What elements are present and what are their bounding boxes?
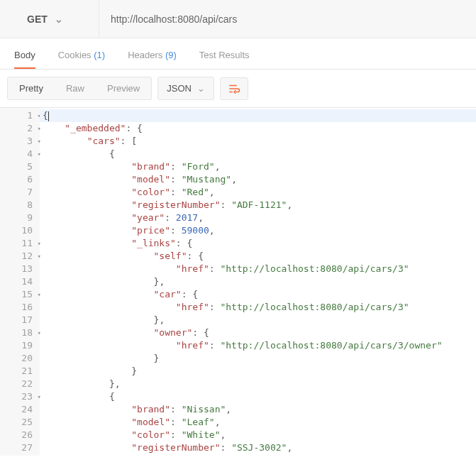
- code-line: "color": "White",: [40, 429, 476, 441]
- viewmode-preview[interactable]: Preview: [96, 77, 151, 99]
- code-line: "color": "Red",: [40, 186, 476, 199]
- url-text: http://localhost:8080/api/cars: [111, 13, 237, 25]
- code-line: {: [40, 148, 476, 160]
- line-gutter: 1234567891011121314151617181920212223242…: [0, 108, 40, 456]
- code-line: "href": "http://localhost:8080/api/cars/…: [40, 263, 476, 275]
- chevron-down-icon: ⌄: [55, 13, 63, 25]
- code-line: "price": 59000,: [40, 224, 476, 237]
- tab-body[interactable]: Body: [14, 50, 35, 69]
- line-number: 19: [0, 339, 35, 352]
- code-line: }: [40, 352, 476, 365]
- line-number: 7: [0, 186, 35, 199]
- viewmode-raw[interactable]: Raw: [55, 77, 96, 99]
- line-number[interactable]: 12: [0, 250, 35, 263]
- format-select[interactable]: JSON ⌄: [157, 77, 214, 100]
- code-line: },: [40, 378, 476, 390]
- http-method-select[interactable]: GET ⌄: [0, 0, 99, 38]
- tab-test-results[interactable]: Test Results: [199, 50, 250, 69]
- line-number: 22: [0, 378, 35, 390]
- tab-cookies[interactable]: Cookies (1): [58, 50, 105, 69]
- code-line: },: [40, 314, 476, 326]
- viewmode-group: Pretty Raw Preview: [7, 77, 152, 100]
- line-number[interactable]: 3: [0, 135, 35, 148]
- code-line: "owner": {: [40, 326, 476, 339]
- line-number[interactable]: 11: [0, 237, 35, 250]
- line-number: 8: [0, 199, 35, 211]
- tab-headers-label: Headers: [128, 50, 162, 60]
- code-line: "cars": [: [40, 135, 476, 148]
- code-line: "registerNumber": "SSJ-3002",: [40, 441, 476, 454]
- url-input[interactable]: http://localhost:8080/api/cars: [99, 0, 476, 38]
- line-number: 14: [0, 275, 35, 288]
- http-method-label: GET: [27, 13, 48, 25]
- code-line: {: [40, 390, 476, 403]
- code-line: "href": "http://localhost:8080/api/cars/…: [40, 339, 476, 352]
- code-view: 1234567891011121314151617181920212223242…: [0, 107, 476, 456]
- line-number: 6: [0, 173, 35, 186]
- code-line: "year": 2017,: [40, 211, 476, 224]
- response-tabs: Body Cookies (1) Headers (9) Test Result…: [0, 38, 476, 70]
- line-number: 26: [0, 429, 35, 441]
- line-number: 21: [0, 365, 35, 378]
- wrap-toggle-button[interactable]: [220, 77, 248, 100]
- line-number: 13: [0, 263, 35, 275]
- line-number: 24: [0, 403, 35, 416]
- request-bar: GET ⌄ http://localhost:8080/api/cars: [0, 0, 476, 38]
- line-number: 17: [0, 314, 35, 326]
- line-number: 27: [0, 441, 35, 454]
- code-line: {: [40, 109, 476, 122]
- line-number[interactable]: 1: [0, 109, 35, 122]
- line-number[interactable]: 23: [0, 390, 35, 403]
- code-content[interactable]: { "_embedded": { "cars": [ { "brand": "F…: [40, 108, 476, 456]
- line-number[interactable]: 2: [0, 122, 35, 135]
- line-number: 9: [0, 211, 35, 224]
- format-label: JSON: [167, 83, 192, 94]
- chevron-down-icon: ⌄: [197, 83, 205, 94]
- code-line: "model": "Leaf",: [40, 416, 476, 429]
- code-line: "brand": "Nissan",: [40, 403, 476, 416]
- response-toolbar: Pretty Raw Preview JSON ⌄: [0, 70, 476, 107]
- line-number[interactable]: 18: [0, 326, 35, 339]
- tab-cookies-label: Cookies: [58, 50, 92, 60]
- line-number[interactable]: 15: [0, 288, 35, 301]
- code-line: },: [40, 275, 476, 288]
- viewmode-pretty[interactable]: Pretty: [8, 77, 55, 99]
- tab-cookies-count: (1): [94, 50, 105, 60]
- tab-headers[interactable]: Headers (9): [128, 50, 177, 69]
- line-number: 5: [0, 160, 35, 173]
- code-line: "_links": {: [40, 237, 476, 250]
- tab-headers-count: (9): [165, 50, 177, 60]
- code-line: "href": "http://localhost:8080/api/cars/…: [40, 301, 476, 314]
- line-number: 16: [0, 301, 35, 314]
- code-line: "_embedded": {: [40, 122, 476, 135]
- code-line: "model": "Mustang",: [40, 173, 476, 186]
- code-line: }: [40, 365, 476, 378]
- code-line: "registerNumber": "ADF-1121",: [40, 199, 476, 211]
- code-line: "brand": "Ford",: [40, 160, 476, 173]
- line-number: 10: [0, 224, 35, 237]
- line-number: 25: [0, 416, 35, 429]
- code-line: "self": {: [40, 250, 476, 263]
- line-number[interactable]: 4: [0, 148, 35, 160]
- code-line: "car": {: [40, 288, 476, 301]
- wrap-icon: [228, 82, 240, 95]
- line-number: 20: [0, 352, 35, 365]
